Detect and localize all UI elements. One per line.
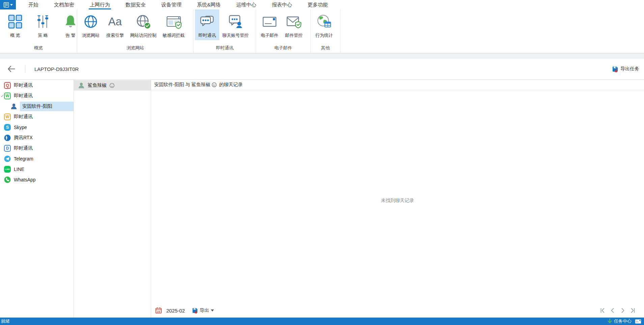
qq-icon: Q [4,82,11,89]
email-button[interactable]: 电子邮件 [257,9,282,40]
smirk-emoji-icon [109,83,115,88]
ribbon-tabs: 开始 文档加密 上网行为 数据安全 设备管理 系统&网络 运维中心 报表中心 更… [21,0,336,9]
tab-internet-behavior[interactable]: 上网行为 [82,0,118,9]
tab-start[interactable]: 开始 [21,0,46,9]
sidebar-item-label: Telegram [14,156,33,161]
tab-more-features[interactable]: 更多功能 [300,0,336,9]
tab-label: 报表中心 [272,2,292,8]
tab-device-management[interactable]: 设备管理 [153,0,189,9]
tab-doc-encryption[interactable]: 文档加密 [46,0,82,9]
ribbon-group-label: 即时通讯 [194,45,256,51]
wecom-icon: W [4,114,11,120]
ribbon-group-email: 电子邮件 邮件管控 电子邮件 [256,9,311,53]
prev-page-icon[interactable] [610,307,616,314]
wechat-icon: W [4,93,11,99]
chevron-down-icon [10,4,13,6]
svg-text:23: 23 [157,310,160,313]
expanded-mark-icon[interactable]: ✓ [1,94,4,98]
app-menu-button[interactable] [0,0,16,9]
mail-control-button[interactable]: 邮件管控 [282,9,306,40]
sidebar-item-telegram[interactable]: Telegram [0,153,74,164]
sensitive-word-block-icon [165,12,183,31]
sensitive-word-block-button[interactable]: 敏感词拦截 [160,9,188,40]
export-task-button[interactable]: 导出任务 [612,66,639,72]
app-menu-icon [3,2,9,8]
main-content: Q 即时通讯 ✓ W 即时通讯 安固软件-阳阳 W 即时通讯 S Skype 腾… [0,80,644,318]
sidebar-item-label: 即时通讯 [14,82,33,89]
export-button[interactable]: 导出 [192,307,214,314]
chevron-down-icon [211,309,214,311]
back-button[interactable] [7,65,16,73]
status-bar: 就绪 任务中心 [0,318,644,325]
page-title: LAPTOP-D9J3IT0R [34,66,79,72]
ribbon-button-label: 搜索引擎 [106,32,124,39]
mail-control-icon [285,12,303,31]
tab-bar: 开始 文档加密 上网行为 数据安全 设备管理 系统&网络 运维中心 报表中心 更… [0,0,644,9]
first-page-icon[interactable] [599,307,606,314]
ribbon: 概 览 策 略 告 警 概览 浏览网站 [0,9,644,53]
message-notification-icon[interactable] [635,319,641,324]
sidebar-item-line[interactable]: LINE LINE [0,164,74,174]
chat-account-control-button[interactable]: 聊天账号管控 [219,9,252,40]
ribbon-button-label: 邮件管控 [285,32,303,39]
whatsapp-icon [4,176,11,183]
tab-data-security[interactable]: 数据安全 [118,0,153,9]
ribbon-group-label: 浏览网站 [77,45,193,51]
tab-ops-center[interactable]: 运维中心 [228,0,264,9]
chat-record-area: 未找到聊天记录 [151,90,644,305]
im-app-sidebar: Q 即时通讯 ✓ W 即时通讯 安固软件-阳阳 W 即时通讯 S Skype 腾… [0,80,74,318]
search-engine-button[interactable]: Aa 搜索引擎 [103,9,127,40]
sidebar-item-qq[interactable]: Q 即时通讯 [0,80,74,91]
ribbon-group-overview: 概 览 策 略 告 警 概览 [0,9,77,53]
last-page-icon[interactable] [630,307,636,314]
task-center-button[interactable]: 任务中心 [607,318,632,324]
im-chat-button[interactable]: 即时通讯 [195,9,219,40]
sidebar-item-label: LINE [14,167,24,172]
overview-button[interactable]: 概 览 [1,9,29,40]
tab-label: 上网行为 [90,2,110,8]
contact-name: 鲨鱼辣椒 [88,82,107,89]
tab-label: 数据安全 [125,2,146,8]
sidebar-item-label: 安固软件-阳阳 [20,102,74,111]
header-divider [25,65,25,73]
tab-system-network[interactable]: 系统&网络 [189,0,228,9]
site-access-control-button[interactable]: 网站访问控制 [127,9,160,40]
tab-report-center[interactable]: 报表中心 [264,0,300,9]
browse-website-button[interactable]: 浏览网站 [79,9,103,40]
tab-label: 设备管理 [161,2,181,8]
behavior-stats-icon [315,12,333,31]
ribbon-group-label: 概览 [0,45,77,51]
ribbon-group-other: 行为统计 其他 [311,9,340,53]
contact-row-selected[interactable]: 鲨鱼辣椒 [74,80,151,91]
sidebar-item-dingtalk[interactable]: D 即时通讯 [0,143,74,153]
chat-title-prefix: 安固软件-阳阳 与 鲨鱼辣椒 [154,82,210,88]
sidebar-item-account-selected[interactable]: 安固软件-阳阳 [0,101,74,111]
site-access-icon [134,12,152,31]
ribbon-button-label: 聊天账号管控 [222,32,249,39]
sidebar-item-skype[interactable]: S Skype [0,122,74,132]
ribbon-button-label: 即时通讯 [198,32,216,39]
ribbon-group-im: 即时通讯 聊天账号管控 即时通讯 [194,9,256,53]
sidebar-item-label: 即时通讯 [14,114,33,120]
next-page-icon[interactable] [620,307,626,314]
contact-list: 鲨鱼辣椒 [74,80,151,318]
contact-user-icon [78,82,85,89]
sidebar-item-wechat[interactable]: ✓ W 即时通讯 [0,91,74,101]
export-label: 导出 [200,307,209,314]
sidebar-item-label: WhatsApp [14,177,36,182]
sidebar-item-tencent-rtx[interactable]: 腾讯RTX [0,132,74,143]
policy-button[interactable]: 策 略 [29,9,57,40]
search-engine-icon: Aa [106,12,124,31]
page-header: LAPTOP-D9J3IT0R 导出任务 [0,58,644,80]
ribbon-group-label: 电子邮件 [256,45,310,51]
calendar-button[interactable]: 23 [155,307,162,314]
sidebar-item-wecom[interactable]: W 即时通讯 [0,111,74,122]
behavior-stats-button[interactable]: 行为统计 [312,9,336,40]
status-ready-label: 就绪 [1,318,10,324]
tab-label: 文档加密 [54,2,74,8]
month-picker[interactable]: 2025-02 [166,308,185,314]
sidebar-item-label: 腾讯RTX [14,135,33,141]
ribbon-button-label: 敏感词拦截 [163,32,185,39]
sidebar-item-label: 即时通讯 [14,93,33,99]
sidebar-item-whatsapp[interactable]: WhatsApp [0,174,74,185]
